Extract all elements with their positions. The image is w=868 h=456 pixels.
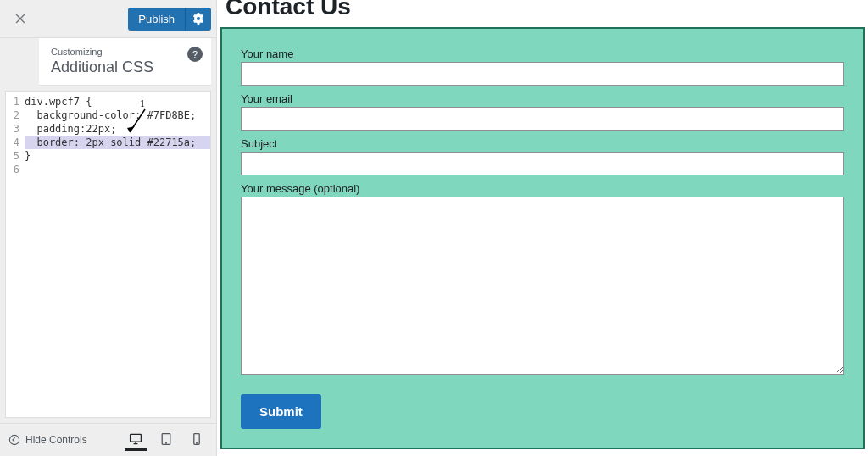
code-line[interactable]: 6 bbox=[6, 163, 210, 176]
line-number: 2 bbox=[6, 108, 25, 122]
publish-button[interactable]: Publish bbox=[128, 8, 185, 31]
code-line[interactable]: 3 padding:22px; bbox=[6, 122, 210, 136]
hide-controls-button[interactable]: Hide Controls bbox=[8, 434, 87, 446]
message-textarea[interactable] bbox=[241, 197, 844, 375]
mobile-icon bbox=[190, 432, 203, 446]
subject-input[interactable] bbox=[241, 152, 844, 175]
customizer-panel: Publish ? Customizing Additional CSS 1di… bbox=[0, 0, 217, 456]
email-field-row: Your email bbox=[241, 92, 844, 131]
preview-pane: Contact Us Your name Your email Subject … bbox=[217, 0, 868, 456]
help-button[interactable]: ? bbox=[187, 47, 203, 62]
submit-button[interactable]: Submit bbox=[241, 394, 321, 429]
css-code-editor[interactable]: 1div.wpcf7 {2 background-color: #7FD8BE;… bbox=[5, 91, 211, 418]
panel-header: ? Customizing Additional CSS bbox=[39, 38, 211, 86]
close-customizer-button[interactable] bbox=[5, 3, 36, 34]
code-text: padding:22px; bbox=[25, 122, 210, 136]
contact-form: Your name Your email Subject Your messag… bbox=[220, 27, 865, 449]
customizing-label: Customizing bbox=[51, 47, 199, 57]
line-number: 1 bbox=[6, 95, 25, 108]
customizer-bottombar: Hide Controls bbox=[0, 423, 216, 456]
name-label: Your name bbox=[241, 47, 844, 60]
code-line[interactable]: 4 border: 2px solid #22715a; bbox=[6, 136, 210, 149]
message-field-row: Your message (optional) bbox=[241, 182, 844, 377]
device-tablet-button[interactable] bbox=[155, 429, 177, 451]
email-input[interactable] bbox=[241, 107, 844, 131]
device-mobile-button[interactable] bbox=[186, 429, 208, 451]
svg-rect-4 bbox=[131, 434, 142, 442]
panel-title: Additional CSS bbox=[51, 58, 199, 76]
code-line[interactable]: 2 background-color: #7FD8BE; bbox=[6, 108, 210, 122]
code-line[interactable]: 1div.wpcf7 { bbox=[6, 95, 210, 108]
page-title: Contact Us bbox=[220, 0, 865, 27]
publish-group: Publish bbox=[128, 8, 211, 31]
device-desktop-button[interactable] bbox=[125, 429, 147, 451]
code-text: } bbox=[25, 149, 210, 163]
tablet-icon bbox=[159, 432, 173, 446]
publish-settings-button[interactable] bbox=[185, 8, 211, 31]
code-line[interactable]: 5} bbox=[6, 149, 210, 163]
name-field-row: Your name bbox=[241, 47, 844, 86]
line-number: 6 bbox=[6, 163, 25, 176]
code-text: border: 2px solid #22715a; bbox=[25, 136, 210, 149]
collapse-icon bbox=[8, 434, 20, 446]
hide-controls-label: Hide Controls bbox=[25, 434, 87, 446]
gear-icon bbox=[192, 13, 204, 25]
code-text: background-color: #7FD8BE; bbox=[25, 108, 210, 122]
message-label: Your message (optional) bbox=[241, 182, 844, 195]
svg-point-6 bbox=[166, 442, 167, 443]
line-number: 5 bbox=[6, 149, 25, 163]
svg-point-3 bbox=[9, 435, 19, 444]
line-number: 4 bbox=[6, 136, 25, 149]
name-input[interactable] bbox=[241, 62, 844, 86]
svg-point-8 bbox=[197, 442, 198, 443]
customizer-topbar: Publish bbox=[0, 0, 216, 38]
device-preview-toggle bbox=[125, 429, 208, 451]
code-text bbox=[25, 163, 210, 176]
email-label: Your email bbox=[241, 92, 844, 105]
code-text: div.wpcf7 { bbox=[25, 95, 210, 108]
subject-field-row: Subject bbox=[241, 137, 844, 175]
close-icon bbox=[14, 13, 26, 25]
desktop-icon bbox=[129, 432, 142, 446]
subject-label: Subject bbox=[241, 137, 844, 150]
line-number: 3 bbox=[6, 122, 25, 136]
